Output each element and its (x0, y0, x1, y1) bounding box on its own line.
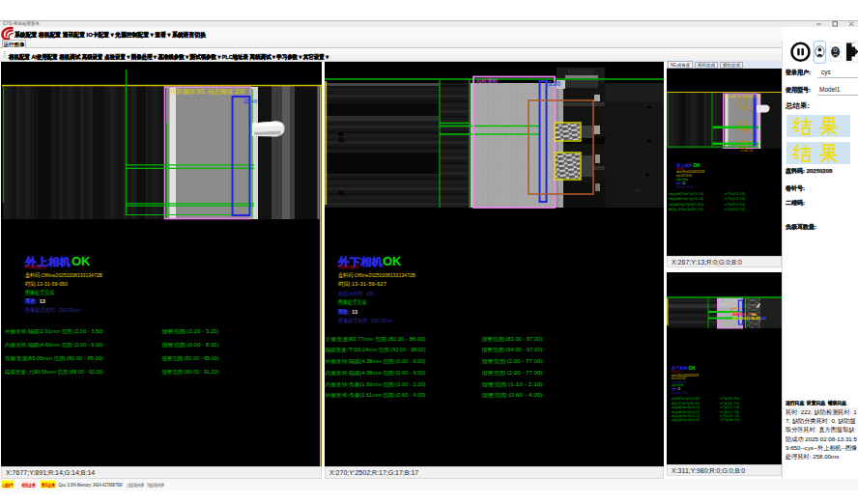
svg-text:报警范围:(0.00 - 8.00): 报警范围:(0.00 - 8.00) (725, 197, 745, 201)
svg-text:上相机|U相检结果: 上相机|U相检结果 (127, 483, 145, 488)
svg-text:系统配置 相机配置 通讯配置 IO卡配置 ▾ 光源控: 系统配置 相机配置 通讯配置 IO卡配置 ▾ 光源控制配置 ▾ 查看 ▾ 系统语… (14, 31, 206, 39)
svg-text:报警范围:(89.00 - 91.00): 报警范围:(89.00 - 91.00) (162, 369, 219, 376)
svg-text:负极耳数量:: 负极耳数量: (785, 223, 816, 231)
svg-text:报警范围:(2.00 - 77.00): 报警范围:(2.00 - 77.00) (482, 358, 543, 365)
svg-text:算法处理耗时: 140.00ms: 算法处理耗时: 140.00ms (672, 391, 688, 395)
svg-text:登录用户:: 登录用户: (785, 69, 811, 76)
svg-text:灰阶阈值:93, 动态阈值:100: 灰阶阈值:93, 动态阈值:100 (170, 88, 245, 96)
svg-text:外侧直线-隔膜|2.91mm 范围:(2.00 - 3.50: 外侧直线-隔膜|2.91mm 范围:(2.00 - 3.50) (669, 192, 703, 196)
svg-text:报警范围:(94.00 - 97.00): 报警范围:(94.00 - 97.00) (482, 347, 543, 353)
svg-text:心跳信号: 心跳信号 (2, 482, 14, 489)
svg-text:图像处理完成: 图像处理完成 (338, 298, 366, 306)
svg-text:12,d62.1|4: 12,d62.1|4 (740, 149, 754, 153)
svg-text:二维码:: 二维码: (785, 199, 805, 207)
svg-text:负极宽度|83.05mm 范围:(80.00 - 86.00: 负极宽度|83.05mm 范围:(80.00 - 86.00) (669, 203, 703, 207)
svg-text:隔膜宽度-上|90.56mm 范围:(88.00 - 92.: 隔膜宽度-上|90.56mm 范围:(88.00 - 92.00) (5, 369, 103, 376)
svg-text:2#: 2# (721, 299, 725, 303)
svg-text:盘料码:Offline2025020813313472B: 盘料码:Offline2025020813313472B (25, 271, 102, 279)
svg-text:OK: OK (383, 254, 402, 268)
svg-text:时间:13-31-59-650: 时间:13-31-59-650 (25, 281, 68, 288)
svg-text:下相机|U相检结果: 下相机|U相检结果 (146, 483, 164, 488)
svg-text:内侧直线-隔膜|4.38mm 范围:(0.00 - 9.00: 内侧直线-隔膜|4.38mm 范围:(0.00 - 9.00) (672, 410, 700, 414)
svg-text:报警范围:(81.00 - 85.00): 报警范围:(81.00 - 85.00) (725, 203, 745, 207)
svg-text:23.80: 23.80 (545, 80, 561, 87)
svg-text:使用型号:: 使用型号: (785, 86, 811, 94)
svg-text:外侧直线-隔膜|2.91mm 范围:(2.00 - 3.50: 外侧直线-隔膜|2.91mm 范围:(2.00 - 3.50) (5, 328, 103, 335)
svg-text:报警范围:(2.00 - 77.00): 报警范围:(2.00 - 77.00) (482, 370, 543, 377)
svg-text:报警范围:(83.00 - 87.00): 报警范围:(83.00 - 87.00) (482, 336, 543, 343)
svg-text:图像处理完成: 图像处理完成 (25, 289, 54, 296)
svg-text:OK: OK (694, 163, 701, 168)
svg-text:图像处理耗时: 140.00ms: 图像处理耗时: 140.00ms (338, 317, 392, 324)
svg-text:报警范围:(81.00 - 85.00): 报警范围:(81.00 - 85.00) (162, 355, 219, 362)
svg-text:图像处理耗时: 258.00ms: 图像处理耗时: 258.00ms (25, 306, 80, 314)
svg-text:报警范围:(83.00 - 87.00): 报警范围:(83.00 - 87.00) (720, 397, 739, 401)
svg-text:92.94(93.00-98.00)实际: 92.94(93.00-98.00)实际 (732, 316, 767, 321)
svg-text:OK: OK (72, 254, 91, 268)
svg-text:阈,48: 阈,48 (243, 98, 258, 105)
svg-text:正极宽度|83.77mm 范围:(82.00 - 88.00: 正极宽度|83.77mm 范围:(82.00 - 88.00) (672, 397, 700, 401)
svg-text:报警范围:(1.10 - 2.10): 报警范围:(1.10 - 2.10) (482, 381, 543, 388)
svg-text:报警范围:(1.10 - 2.10): 报警范围:(1.10 - 2.10) (720, 414, 739, 418)
svg-text:运行日志 设置日志 错误日志: 运行日志 设置日志 错误日志 (786, 400, 846, 406)
svg-text:灰阶阈值:93, 动态阈值:100: 灰阶阈值:93, 动态阈值:100 (724, 95, 760, 98)
svg-text:相机AI耗时: 156: 相机AI耗时: 156 (338, 291, 374, 297)
svg-text:内侧直线-隔膜|4.60mm 范围:(3.00 - 6.00: 内侧直线-隔膜|4.60mm 范围:(3.00 - 6.00) (669, 197, 703, 201)
svg-text:盘料码:Offline2025020813313472B: 盘料码:Offline2025020813313472B (338, 271, 415, 279)
svg-text:隔膜宽度-下|95.24mm 范围:(93.00 - 98.: 隔膜宽度-下|95.24mm 范围:(93.00 - 98.00) (326, 347, 426, 353)
svg-text:外侧直线-负极|2.61mm 范围:(0.60 - 4.00: 外侧直线-负极|2.61mm 范围:(0.60 - 4.00) (672, 418, 700, 422)
svg-text:卷针号:: 卷针号: (785, 184, 805, 192)
svg-text:内侧直线-隔膜|4.38mm 范围:(0.00 - 9.00: 内侧直线-隔膜|4.38mm 范围:(0.00 - 9.00) (326, 370, 426, 377)
svg-text:外侧直线-负极|2.61mm 范围:(0.60 - 4.00: 外侧直线-负极|2.61mm 范围:(0.60 - 4.00) (326, 392, 426, 399)
svg-text:总结果:: 总结果: (785, 101, 810, 110)
svg-text:外下相机: 外下相机 (672, 365, 688, 371)
svg-text:Model1: Model1 (819, 86, 841, 93)
svg-text:内侧直线-负极|1.90mm 范围:(1.00 - 2.20: 内侧直线-负极|1.90mm 范围:(1.00 - 2.20) (672, 414, 700, 418)
svg-text:Cpu: 0.0% Memory: 3424.4179687: Cpu: 0.0% Memory: 3424.41796875M (58, 483, 122, 488)
svg-text:报警范围:(2.20 - 3.20): 报警范围:(2.20 - 3.20) (725, 192, 745, 196)
svg-text:AI检测框: AI检测框 (476, 77, 499, 85)
svg-text:报警范围:(0.00 - 8.00): 报警范围:(0.00 - 8.00) (162, 342, 219, 349)
svg-text:时间:13-31-59-627: 时间:13-31-59-627 (338, 281, 386, 288)
svg-text:隔膜宽度-上|90.56mm 范围:(88.00 - 92.: 隔膜宽度-上|90.56mm 范围:(88.00 - 92.00) (669, 208, 703, 211)
svg-text:外侧直线-隔膜|4.38mm 范围:(0.00 - 9.00: 外侧直线-隔膜|4.38mm 范围:(0.00 - 9.00) (672, 406, 700, 409)
svg-text:盘料码: 20250208: 盘料码: 20250208 (785, 167, 833, 175)
svg-text:cys: cys (821, 69, 832, 76)
svg-text:报警范围:(2.20 - 3.20): 报警范围:(2.20 - 3.20) (162, 328, 219, 335)
svg-text:负极宽度|83.05mm 范围:(80.00 - 86.00: 负极宽度|83.05mm 范围:(80.00 - 86.00) (5, 355, 103, 362)
svg-text:相机配置 AI使用配置 相机调试 高级设置 点检设置: 相机配置 AI使用配置 相机调试 高级设置 点检设置 ▾ 图像处理 ▾ 基准线参… (8, 53, 329, 61)
svg-text:12,d63.1|4: 12,d63.1|4 (740, 107, 754, 111)
svg-text:报警范围:(0.60 - 4.00): 报警范围:(0.60 - 4.00) (482, 392, 543, 399)
svg-text:正极宽度|83.77mm 范围:(82.00 - 88.00: 正极宽度|83.77mm 范围:(82.00 - 88.00) (326, 336, 426, 343)
svg-text:内侧直线-负极|1.90mm 范围:(1.00 - 2.20: 内侧直线-负极|1.90mm 范围:(1.00 - 2.20) (326, 381, 426, 388)
svg-text:报警范围:(2.00 - 77.00): 报警范围:(2.00 - 77.00) (720, 406, 739, 409)
svg-text:报警范围:(94.00 - 97.00): 报警范围:(94.00 - 97.00) (720, 402, 739, 406)
svg-text:圈数: 13: 圈数: 13 (25, 297, 46, 305)
svg-text:隔膜宽度-下|95.24mm 范围:(93.00 - 98.: 隔膜宽度-下|95.24mm 范围:(93.00 - 98.00) (672, 402, 700, 406)
svg-text:外侧直线-隔膜|4.38mm 范围:(0.00 - 9.00: 外侧直线-隔膜|4.38mm 范围:(0.00 - 9.00) (326, 358, 426, 365)
svg-text:NG次数:1: NG次数:1 (25, 264, 45, 269)
svg-text:算法处理耗时: 206.03ms: 算法处理耗时: 206.03ms (676, 185, 693, 189)
svg-text:NG次数:0: NG次数:0 (338, 264, 358, 269)
svg-text:12,d60.1|4: 12,d60.1|4 (740, 129, 754, 133)
svg-text:报警范围:(89.00 - 91.00): 报警范围:(89.00 - 91.00) (725, 208, 745, 211)
svg-text:报警范围:(0.60 - 4.00): 报警范围:(0.60 - 4.00) (720, 418, 739, 422)
svg-text:圈数: 13: 圈数: 13 (338, 308, 358, 316)
svg-text:OK: OK (689, 366, 697, 371)
svg-text:内侧直线-隔膜|4.60mm 范围:(3.00 - 6.00: 内侧直线-隔膜|4.60mm 范围:(3.00 - 6.00) (5, 342, 103, 349)
svg-text:报警范围:(2.00 - 77.00): 报警范围:(2.00 - 77.00) (720, 410, 739, 414)
svg-text:通讯连接: 通讯连接 (42, 482, 55, 489)
